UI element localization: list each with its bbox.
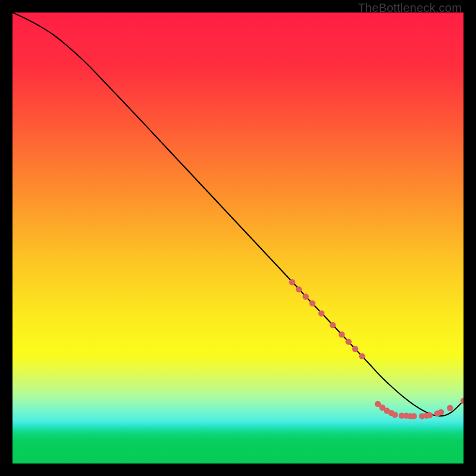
data-marker xyxy=(318,310,324,316)
data-marker xyxy=(411,413,416,419)
data-marker xyxy=(289,279,295,285)
data-marker xyxy=(359,353,365,359)
chart-stage: TheBottleneck.com xyxy=(0,0,476,476)
data-marker xyxy=(303,293,309,299)
data-marker xyxy=(309,300,315,306)
bottleneck-curve xyxy=(12,12,464,416)
curve-layer xyxy=(12,12,464,464)
data-marker xyxy=(447,405,453,411)
data-marker xyxy=(438,409,444,415)
data-marker xyxy=(330,322,336,328)
plot-area xyxy=(12,12,464,464)
watermark-text: TheBottleneck.com xyxy=(358,1,462,15)
data-marker xyxy=(427,412,433,418)
data-marker xyxy=(346,339,352,345)
data-marker xyxy=(392,412,398,418)
data-marker xyxy=(352,346,358,352)
data-marker xyxy=(296,286,302,292)
data-marker xyxy=(339,331,345,337)
